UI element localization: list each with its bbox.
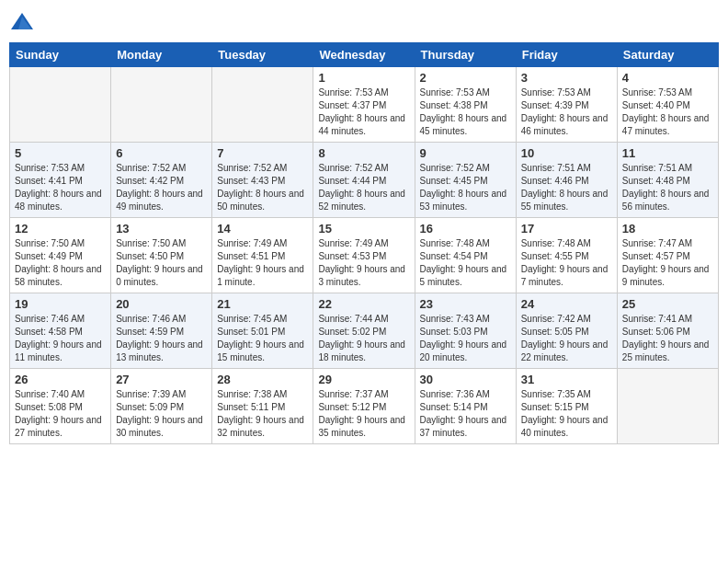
day-info: Sunrise: 7:42 AM Sunset: 5:05 PM Dayligh…	[521, 313, 612, 364]
weekday-header-friday: Friday	[516, 43, 617, 67]
day-number: 6	[116, 146, 207, 160]
day-info: Sunrise: 7:49 AM Sunset: 4:51 PM Dayligh…	[217, 237, 308, 289]
day-info: Sunrise: 7:41 AM Sunset: 5:06 PM Dayligh…	[622, 313, 713, 364]
day-info: Sunrise: 7:51 AM Sunset: 4:46 PM Dayligh…	[521, 162, 612, 213]
calendar-cell: 6Sunrise: 7:52 AM Sunset: 4:42 PM Daylig…	[111, 143, 212, 218]
weekday-header-wednesday: Wednesday	[313, 43, 415, 67]
calendar: SundayMondayTuesdayWednesdayThursdayFrid…	[9, 42, 719, 444]
day-number: 14	[217, 222, 308, 236]
day-info: Sunrise: 7:52 AM Sunset: 4:44 PM Dayligh…	[318, 162, 409, 213]
day-number: 22	[318, 297, 409, 311]
calendar-cell: 17Sunrise: 7:48 AM Sunset: 4:55 PM Dayli…	[516, 218, 617, 293]
calendar-cell: 15Sunrise: 7:49 AM Sunset: 4:53 PM Dayli…	[313, 218, 415, 293]
calendar-cell: 18Sunrise: 7:47 AM Sunset: 4:57 PM Dayli…	[617, 218, 718, 293]
weekday-header-thursday: Thursday	[415, 43, 516, 67]
day-info: Sunrise: 7:50 AM Sunset: 4:49 PM Dayligh…	[15, 237, 106, 289]
week-row-4: 26Sunrise: 7:40 AM Sunset: 5:08 PM Dayli…	[10, 369, 719, 444]
header	[9, 9, 719, 35]
weekday-header-saturday: Saturday	[617, 43, 718, 67]
day-number: 16	[420, 222, 511, 236]
day-number: 13	[116, 222, 207, 236]
day-info: Sunrise: 7:45 AM Sunset: 5:01 PM Dayligh…	[217, 313, 308, 364]
day-number: 21	[217, 297, 308, 311]
day-info: Sunrise: 7:46 AM Sunset: 4:58 PM Dayligh…	[15, 313, 106, 364]
day-number: 26	[15, 373, 106, 386]
day-info: Sunrise: 7:46 AM Sunset: 4:59 PM Dayligh…	[116, 313, 207, 364]
calendar-cell	[212, 67, 313, 143]
day-number: 20	[116, 297, 207, 311]
day-number: 27	[116, 373, 207, 386]
week-row-1: 5Sunrise: 7:53 AM Sunset: 4:41 PM Daylig…	[10, 143, 719, 218]
day-info: Sunrise: 7:52 AM Sunset: 4:45 PM Dayligh…	[420, 162, 511, 213]
calendar-cell: 2Sunrise: 7:53 AM Sunset: 4:38 PM Daylig…	[415, 67, 516, 143]
day-number: 19	[15, 297, 106, 311]
day-info: Sunrise: 7:53 AM Sunset: 4:41 PM Dayligh…	[15, 162, 106, 213]
weekday-header-row: SundayMondayTuesdayWednesdayThursdayFrid…	[10, 43, 719, 67]
calendar-cell: 13Sunrise: 7:50 AM Sunset: 4:50 PM Dayli…	[111, 218, 212, 293]
calendar-cell	[10, 67, 111, 143]
day-number: 3	[521, 71, 612, 85]
day-number: 9	[420, 146, 511, 160]
week-row-0: 1Sunrise: 7:53 AM Sunset: 4:37 PM Daylig…	[10, 67, 719, 143]
weekday-header-monday: Monday	[111, 43, 212, 67]
day-info: Sunrise: 7:53 AM Sunset: 4:39 PM Dayligh…	[521, 86, 612, 138]
calendar-cell: 5Sunrise: 7:53 AM Sunset: 4:41 PM Daylig…	[10, 143, 111, 218]
logo-icon	[9, 9, 35, 35]
week-row-2: 12Sunrise: 7:50 AM Sunset: 4:49 PM Dayli…	[10, 218, 719, 293]
calendar-cell: 22Sunrise: 7:44 AM Sunset: 5:02 PM Dayli…	[313, 293, 415, 369]
calendar-cell	[617, 369, 718, 444]
week-row-3: 19Sunrise: 7:46 AM Sunset: 4:58 PM Dayli…	[10, 293, 719, 369]
day-info: Sunrise: 7:43 AM Sunset: 5:03 PM Dayligh…	[420, 313, 511, 364]
day-number: 8	[318, 146, 409, 160]
weekday-header-sunday: Sunday	[10, 43, 111, 67]
day-number: 18	[622, 222, 713, 236]
calendar-cell: 20Sunrise: 7:46 AM Sunset: 4:59 PM Dayli…	[111, 293, 212, 369]
day-number: 7	[217, 146, 308, 160]
day-number: 25	[622, 297, 713, 311]
calendar-cell: 27Sunrise: 7:39 AM Sunset: 5:09 PM Dayli…	[111, 369, 212, 444]
day-number: 1	[318, 71, 409, 85]
day-number: 24	[521, 297, 612, 311]
day-number: 30	[420, 373, 511, 386]
calendar-cell: 3Sunrise: 7:53 AM Sunset: 4:39 PM Daylig…	[516, 67, 617, 143]
calendar-cell: 28Sunrise: 7:38 AM Sunset: 5:11 PM Dayli…	[212, 369, 313, 444]
page: SundayMondayTuesdayWednesdayThursdayFrid…	[0, 0, 728, 563]
day-info: Sunrise: 7:53 AM Sunset: 4:38 PM Dayligh…	[420, 86, 511, 138]
day-info: Sunrise: 7:39 AM Sunset: 5:09 PM Dayligh…	[116, 388, 207, 440]
day-info: Sunrise: 7:36 AM Sunset: 5:14 PM Dayligh…	[420, 388, 511, 440]
day-info: Sunrise: 7:52 AM Sunset: 4:43 PM Dayligh…	[217, 162, 308, 213]
calendar-cell: 19Sunrise: 7:46 AM Sunset: 4:58 PM Dayli…	[10, 293, 111, 369]
calendar-cell	[111, 67, 212, 143]
day-info: Sunrise: 7:48 AM Sunset: 4:54 PM Dayligh…	[420, 237, 511, 289]
day-info: Sunrise: 7:53 AM Sunset: 4:37 PM Dayligh…	[318, 86, 409, 138]
calendar-cell: 10Sunrise: 7:51 AM Sunset: 4:46 PM Dayli…	[516, 143, 617, 218]
day-info: Sunrise: 7:49 AM Sunset: 4:53 PM Dayligh…	[318, 237, 409, 289]
weekday-header-tuesday: Tuesday	[212, 43, 313, 67]
day-number: 10	[521, 146, 612, 160]
calendar-cell: 30Sunrise: 7:36 AM Sunset: 5:14 PM Dayli…	[415, 369, 516, 444]
calendar-cell: 16Sunrise: 7:48 AM Sunset: 4:54 PM Dayli…	[415, 218, 516, 293]
day-info: Sunrise: 7:38 AM Sunset: 5:11 PM Dayligh…	[217, 388, 308, 440]
day-info: Sunrise: 7:52 AM Sunset: 4:42 PM Dayligh…	[116, 162, 207, 213]
day-info: Sunrise: 7:35 AM Sunset: 5:15 PM Dayligh…	[521, 388, 612, 440]
calendar-cell: 31Sunrise: 7:35 AM Sunset: 5:15 PM Dayli…	[516, 369, 617, 444]
day-info: Sunrise: 7:44 AM Sunset: 5:02 PM Dayligh…	[318, 313, 409, 364]
day-info: Sunrise: 7:50 AM Sunset: 4:50 PM Dayligh…	[116, 237, 207, 289]
day-info: Sunrise: 7:37 AM Sunset: 5:12 PM Dayligh…	[318, 388, 409, 440]
calendar-cell: 8Sunrise: 7:52 AM Sunset: 4:44 PM Daylig…	[313, 143, 415, 218]
day-info: Sunrise: 7:53 AM Sunset: 4:40 PM Dayligh…	[622, 86, 713, 138]
day-number: 15	[318, 222, 409, 236]
day-number: 4	[622, 71, 713, 85]
day-info: Sunrise: 7:47 AM Sunset: 4:57 PM Dayligh…	[622, 237, 713, 289]
day-info: Sunrise: 7:40 AM Sunset: 5:08 PM Dayligh…	[15, 388, 106, 440]
calendar-cell: 14Sunrise: 7:49 AM Sunset: 4:51 PM Dayli…	[212, 218, 313, 293]
logo	[9, 9, 39, 35]
calendar-cell: 1Sunrise: 7:53 AM Sunset: 4:37 PM Daylig…	[313, 67, 415, 143]
calendar-cell: 12Sunrise: 7:50 AM Sunset: 4:49 PM Dayli…	[10, 218, 111, 293]
day-number: 17	[521, 222, 612, 236]
calendar-cell: 9Sunrise: 7:52 AM Sunset: 4:45 PM Daylig…	[415, 143, 516, 218]
calendar-cell: 29Sunrise: 7:37 AM Sunset: 5:12 PM Dayli…	[313, 369, 415, 444]
day-number: 28	[217, 373, 308, 386]
day-number: 31	[521, 373, 612, 386]
calendar-cell: 7Sunrise: 7:52 AM Sunset: 4:43 PM Daylig…	[212, 143, 313, 218]
